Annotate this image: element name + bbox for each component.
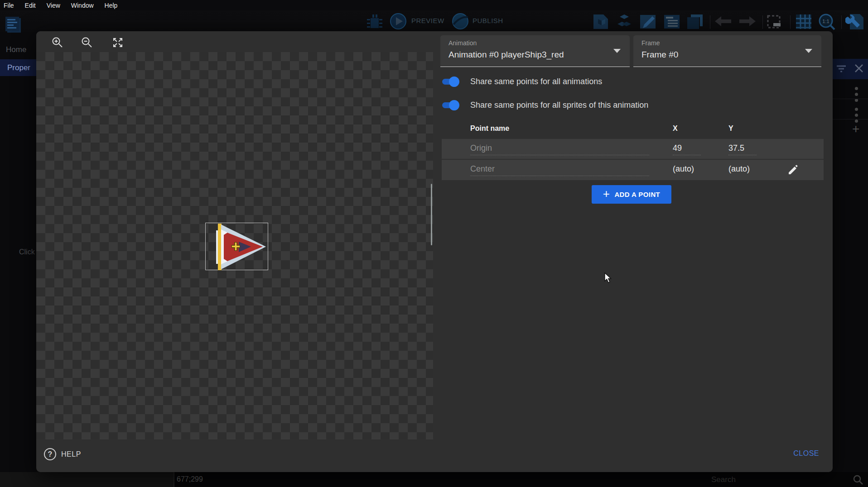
points-table-header: Point name X Y xyxy=(442,124,824,135)
cursor-coordinates: 677;299 xyxy=(177,475,203,483)
add-row-icon[interactable]: + xyxy=(852,124,859,134)
layers-icon[interactable] xyxy=(685,14,704,30)
zoom-out-icon[interactable] xyxy=(81,37,93,48)
tab-home[interactable]: Home xyxy=(6,45,26,54)
edit-scene-icon[interactable] xyxy=(639,14,657,30)
toolbar-separator xyxy=(841,15,842,29)
statusbar-left-cell xyxy=(0,472,174,487)
help-button[interactable]: ? HELP xyxy=(44,448,81,460)
menu-window[interactable]: Window xyxy=(66,2,99,9)
table-row-origin: Origin 49 37.5 xyxy=(442,139,824,159)
header-x: X xyxy=(673,124,678,133)
chevron-down-icon xyxy=(613,49,621,53)
preview-label[interactable]: PREVIEW xyxy=(411,17,444,24)
frame-select-value: Frame #0 xyxy=(641,50,678,60)
animation-select-label: Animation xyxy=(448,39,477,47)
share-points-all-sprites-label: Share same points for all sprites of thi… xyxy=(470,100,648,110)
share-points-all-sprites-toggle[interactable] xyxy=(442,102,459,109)
add-point-button[interactable]: + ADD A POINT xyxy=(592,185,671,204)
frame-select[interactable]: Frame Frame #0 xyxy=(633,35,821,67)
toolbar-separator xyxy=(762,15,763,29)
project-manager-icon[interactable] xyxy=(4,16,23,33)
menu-help[interactable]: Help xyxy=(99,2,123,9)
zoom-in-icon[interactable] xyxy=(52,37,63,48)
menu-file[interactable]: File xyxy=(0,2,19,9)
header-y: Y xyxy=(728,124,733,133)
svg-text:1:1: 1:1 xyxy=(822,19,829,24)
project-tools-icon[interactable] xyxy=(845,13,864,30)
origin-x-field[interactable]: 49 xyxy=(673,143,701,155)
origin-name-field[interactable]: Origin xyxy=(470,143,649,155)
add-point-button-label: ADD A POINT xyxy=(614,191,660,198)
statusbar-divider xyxy=(174,472,174,487)
mouse-cursor xyxy=(604,272,613,284)
center-x-value[interactable]: (auto) xyxy=(673,164,701,174)
preview-play-icon[interactable] xyxy=(390,13,407,30)
tab-properties-label: Proper xyxy=(7,63,30,72)
grid-icon[interactable] xyxy=(795,14,813,30)
sprite-selection-box[interactable] xyxy=(205,223,268,270)
events-list-icon[interactable] xyxy=(663,14,681,30)
publish-label[interactable]: PUBLISH xyxy=(473,17,503,24)
close-button[interactable]: CLOSE xyxy=(793,449,819,458)
help-icon: ? xyxy=(44,448,56,460)
extensions-cubes-icon[interactable] xyxy=(615,14,633,30)
undo-icon[interactable] xyxy=(713,15,733,29)
publish-globe-icon[interactable] xyxy=(452,13,469,30)
dialog-footer: ? HELP CLOSE xyxy=(36,439,833,472)
debug-icon[interactable] xyxy=(365,14,384,31)
frame-select-label: Frame xyxy=(641,39,660,47)
menu-bar: File Edit View Window Help xyxy=(0,0,868,10)
player-ship-sprite[interactable] xyxy=(206,223,269,271)
center-name-field[interactable]: Center xyxy=(470,164,649,176)
share-points-all-animations-label: Share same points for all animations xyxy=(470,77,602,86)
menu-view[interactable]: View xyxy=(41,2,66,9)
chevron-down-icon xyxy=(805,49,812,53)
row-menu-icon[interactable] xyxy=(855,87,858,105)
menu-edit[interactable]: Edit xyxy=(19,2,41,9)
search-icon[interactable] xyxy=(853,474,863,485)
plus-icon: + xyxy=(603,189,610,198)
canvas-hint-text: Click xyxy=(19,248,35,256)
zoom-1-1-icon[interactable]: 1:1 xyxy=(817,13,837,31)
center-y-value[interactable]: (auto) xyxy=(728,164,757,174)
search-input[interactable] xyxy=(711,474,847,486)
points-panel: Animation Animation #0 playerShip3_red F… xyxy=(433,31,833,439)
origin-y-field[interactable]: 37.5 xyxy=(728,143,757,155)
animation-select-value: Animation #0 playerShip3_red xyxy=(448,50,564,60)
row-divider xyxy=(833,99,868,99)
help-button-label: HELP xyxy=(61,450,81,458)
tab-properties[interactable]: Proper xyxy=(0,59,36,76)
canvas-toolbar xyxy=(36,31,433,52)
toolbar-separator xyxy=(710,15,710,29)
filter-icon[interactable] xyxy=(836,65,846,73)
zoom-fit-icon[interactable] xyxy=(112,37,124,48)
edit-pencil-icon[interactable] xyxy=(787,164,799,176)
panel-header-strip xyxy=(833,59,868,79)
crop-selection-icon[interactable] xyxy=(766,14,783,30)
table-row-center: Center (auto) (auto) xyxy=(442,160,824,180)
edit-points-dialog: Animation Animation #0 playerShip3_red F… xyxy=(36,31,833,472)
share-points-all-animations-toggle[interactable] xyxy=(442,78,459,85)
row-divider xyxy=(833,119,868,119)
export-file-icon[interactable] xyxy=(592,14,610,30)
canvas-scrollbar-thumb[interactable] xyxy=(431,184,432,245)
redo-icon[interactable] xyxy=(738,15,757,29)
sprite-canvas[interactable] xyxy=(36,52,433,439)
close-panel-icon[interactable] xyxy=(854,64,863,73)
toolbar-separator xyxy=(790,15,791,29)
header-point-name: Point name xyxy=(470,124,509,133)
status-bar: 677;299 xyxy=(0,472,868,487)
animation-select[interactable]: Animation Animation #0 playerShip3_red xyxy=(440,35,630,67)
